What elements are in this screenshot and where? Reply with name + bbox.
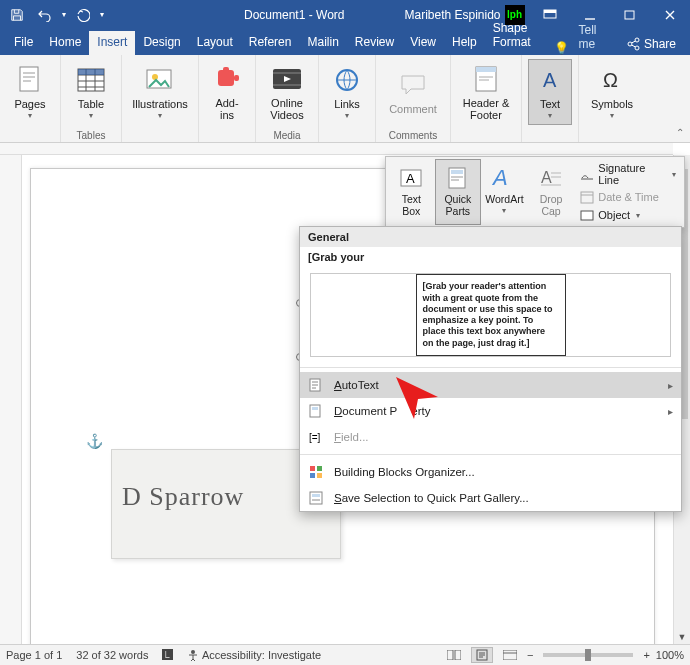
- quick-parts-gallery: General [Grab your [Grab your reader's a…: [299, 226, 682, 512]
- maximize-button[interactable]: [610, 0, 650, 29]
- zoom-slider[interactable]: [543, 653, 633, 657]
- symbols-icon: Ω: [596, 64, 628, 96]
- status-language-icon[interactable]: 🅻: [162, 649, 173, 661]
- status-page[interactable]: Page 1 of 1: [6, 649, 62, 661]
- header-footer-button[interactable]: Header & Footer: [457, 59, 515, 125]
- object-button[interactable]: Object ▾: [576, 206, 680, 224]
- tab-design[interactable]: Design: [135, 31, 188, 55]
- gallery-preview[interactable]: [Grab your reader's attention with a gre…: [310, 273, 671, 357]
- save-selection-icon: [308, 490, 324, 506]
- drop-cap-icon: A: [537, 164, 565, 192]
- quick-parts-button[interactable]: Quick Parts: [435, 159, 482, 225]
- addins-button[interactable]: Add- ins: [205, 59, 249, 125]
- save-icon[interactable]: [6, 4, 28, 26]
- tab-insert[interactable]: Insert: [89, 31, 135, 55]
- status-accessibility[interactable]: Accessibility: Investigate: [187, 649, 321, 661]
- horizontal-ruler[interactable]: [0, 143, 673, 155]
- gallery-entry-name: [Grab your: [300, 247, 681, 267]
- svg-rect-31: [312, 407, 318, 410]
- autotext-menu-item[interactable]: AutoText ▸: [300, 372, 681, 398]
- tables-group-label: Tables: [77, 129, 106, 142]
- svg-rect-43: [503, 650, 517, 660]
- redo-icon[interactable]: [72, 4, 94, 26]
- svg-rect-37: [310, 492, 322, 504]
- status-word-count[interactable]: 32 of 32 words: [76, 649, 148, 661]
- tab-layout[interactable]: Layout: [189, 31, 241, 55]
- collapse-ribbon-button[interactable]: ⌃: [676, 127, 684, 138]
- tab-file[interactable]: File: [6, 31, 41, 55]
- signature-line-label: Signature Line: [598, 162, 666, 186]
- svg-rect-28: [581, 211, 593, 220]
- gallery-header: General: [300, 227, 681, 247]
- text-box-button[interactable]: A Text Box: [388, 159, 435, 225]
- status-bar: Page 1 of 1 32 of 32 words 🅻 Accessibili…: [0, 644, 690, 665]
- svg-rect-34: [317, 466, 322, 471]
- signature-line-button[interactable]: Signature Line ▾: [576, 160, 680, 188]
- text-label: Text: [540, 98, 560, 110]
- chevron-down-icon: ▾: [345, 111, 349, 120]
- read-mode-button[interactable]: [443, 647, 465, 663]
- group-header-footer: Header & Footer: [451, 55, 522, 142]
- document-property-menu-item[interactable]: Document Perty ▸: [300, 398, 681, 424]
- print-layout-button[interactable]: [471, 647, 493, 663]
- object-icon: [580, 208, 594, 222]
- web-layout-button[interactable]: [499, 647, 521, 663]
- object-label: Object: [598, 209, 630, 221]
- svg-text:[=]: [=]: [309, 432, 321, 443]
- field-icon: [=]: [308, 429, 324, 445]
- pages-button[interactable]: Pages ▾: [6, 59, 54, 125]
- table-button[interactable]: Table ▾: [67, 59, 115, 125]
- tab-shape-format[interactable]: Shape Format: [485, 17, 552, 55]
- ribbon: Pages ▾ Table ▾ Tables Illustrations ▾ A…: [0, 55, 690, 143]
- zoom-slider-knob[interactable]: [585, 649, 591, 661]
- comment-icon: [397, 69, 429, 101]
- vertical-ruler[interactable]: [0, 155, 22, 644]
- date-time-icon: [580, 190, 594, 204]
- zoom-out-button[interactable]: −: [527, 649, 533, 661]
- tab-view[interactable]: View: [402, 31, 444, 55]
- online-videos-button[interactable]: Online Videos: [262, 59, 312, 125]
- chevron-down-icon: ▾: [636, 211, 640, 220]
- svg-rect-38: [312, 494, 320, 497]
- tab-help[interactable]: Help: [444, 31, 485, 55]
- tell-me-search[interactable]: Tell me: [571, 19, 612, 55]
- text-button[interactable]: A Text ▾: [528, 59, 572, 125]
- zoom-in-button[interactable]: +: [643, 649, 649, 661]
- media-group-label: Media: [273, 129, 300, 142]
- group-illustrations: Illustrations ▾: [122, 55, 199, 142]
- svg-rect-7: [20, 67, 38, 91]
- comment-button: Comment: [382, 59, 444, 125]
- svg-rect-30: [310, 405, 320, 417]
- building-blocks-organizer-menu-item[interactable]: Building Blocks Organizer...: [300, 459, 681, 485]
- share-button[interactable]: Share: [612, 33, 690, 55]
- drop-cap-button: A Drop Cap: [528, 159, 575, 225]
- illustrations-button[interactable]: Illustrations ▾: [128, 59, 192, 125]
- undo-dropdown-icon[interactable]: ▾: [62, 10, 66, 19]
- text-extra-col: Signature Line ▾ Date & Time Object ▾: [574, 159, 682, 225]
- text-box-icon: A: [397, 164, 425, 192]
- close-button[interactable]: [650, 0, 690, 29]
- group-links: Links ▾: [319, 55, 376, 142]
- comments-group-label: Comments: [389, 129, 437, 142]
- undo-icon[interactable]: [34, 4, 56, 26]
- svg-rect-24: [451, 170, 463, 174]
- chevron-right-icon: ▸: [668, 380, 673, 391]
- tab-review[interactable]: Review: [347, 31, 402, 55]
- autotext-icon: [308, 377, 324, 393]
- tab-home[interactable]: Home: [41, 31, 89, 55]
- anchor-icon: ⚓: [86, 433, 103, 449]
- links-button[interactable]: Links ▾: [325, 59, 369, 125]
- save-selection-menu-item[interactable]: Save Selection to Quick Part Gallery...: [300, 485, 681, 511]
- wordart-button[interactable]: A WordArt ▾: [481, 159, 528, 225]
- qat-customize-icon[interactable]: ▾: [100, 10, 104, 19]
- group-symbols: Ω Symbols ▾: [579, 55, 645, 142]
- document-property-label: Document Perty: [334, 405, 430, 417]
- tab-references[interactable]: Referen: [241, 31, 300, 55]
- tab-mailings[interactable]: Mailin: [299, 31, 346, 55]
- zoom-level[interactable]: 100%: [656, 649, 684, 661]
- symbols-button[interactable]: Ω Symbols ▾: [585, 59, 639, 125]
- field-menu-item: [=] Field...: [300, 424, 681, 450]
- svg-rect-33: [310, 466, 315, 471]
- svg-rect-1: [544, 10, 556, 13]
- scroll-down-icon[interactable]: ▼: [674, 630, 690, 644]
